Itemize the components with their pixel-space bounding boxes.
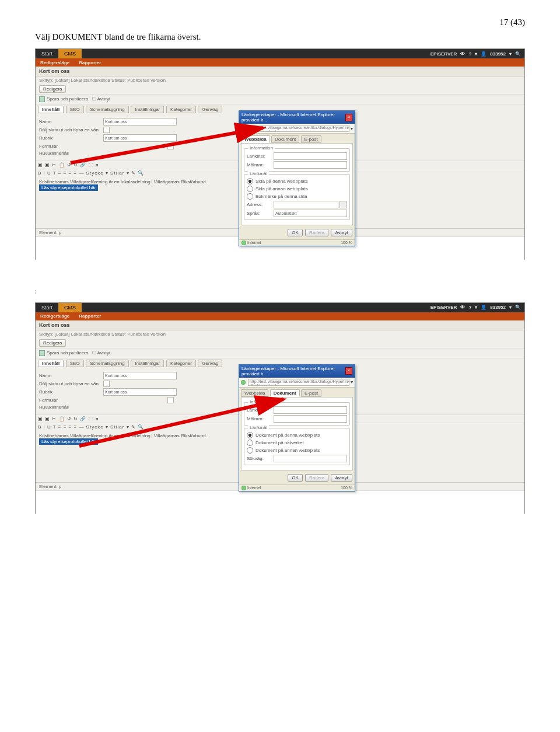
tab-schema[interactable]: Schemaläggning	[86, 106, 129, 113]
search-icon[interactable]: 🔍	[515, 305, 521, 310]
lanktitel-input[interactable]	[274, 406, 347, 414]
tab-cms[interactable]: CMS	[58, 49, 82, 58]
tab-inst[interactable]: Inställningar	[131, 106, 164, 113]
eye-icon[interactable]: 👁	[460, 305, 465, 310]
url-field[interactable]: http://test.villaagarna.se/secure/editor…	[248, 379, 349, 386]
adress-picker[interactable]	[340, 201, 347, 208]
radio-opt1[interactable]	[247, 432, 253, 438]
page-title: Kort om oss	[36, 320, 524, 330]
group-lankmal: Länkmål	[248, 425, 269, 430]
radio-opt1[interactable]	[247, 178, 253, 184]
user-label: 833952	[490, 51, 506, 57]
help-icon[interactable]: ?	[468, 51, 471, 57]
dlg-tab-webbsida[interactable]: Webbsida	[241, 389, 268, 397]
dlg-tab-dokument[interactable]: Dokument	[270, 389, 300, 397]
subtab-rapporter[interactable]: Rapporter	[74, 60, 106, 65]
avbryt-button[interactable]: Avbryt	[97, 350, 111, 355]
subbar: Redigeraläge Rapporter	[36, 312, 524, 320]
user-label: 833952	[490, 305, 506, 310]
tab-inst[interactable]: Inställningar	[131, 360, 164, 367]
tab-genvag[interactable]: Genväg	[198, 106, 222, 113]
page-meta: Sidtyp: [Lokalt] Lokal standardsida Stat…	[36, 330, 524, 338]
opt3-label: Bokmärke på denna sida	[256, 194, 347, 199]
label-namn: Namn	[39, 373, 103, 378]
opt2-label: Sida på annan webbplats	[256, 186, 347, 191]
tab-schema[interactable]: Schemaläggning	[86, 360, 129, 367]
link-dialog: Länkegenskaper - Microsoft Internet Expl…	[239, 364, 355, 492]
search-icon[interactable]: 🔍	[515, 51, 521, 57]
instruction-1: Välj DOKUMENT bland de tre flikarna över…	[35, 31, 525, 43]
avbryt-button[interactable]: Avbryt	[331, 229, 352, 236]
radio-opt3[interactable]	[247, 447, 253, 454]
radio-opt2[interactable]	[247, 440, 253, 446]
tab-innehall[interactable]: Innehåll	[38, 360, 64, 367]
dlg-tab-dokument[interactable]: Dokument	[271, 135, 299, 143]
ok-button[interactable]: OK	[288, 474, 303, 482]
namn-input[interactable]: Kort om oss	[103, 118, 177, 126]
formular-checkbox[interactable]	[167, 143, 174, 149]
opt1-label: Dokument på denna webbplats	[256, 433, 347, 438]
tab-genvag[interactable]: Genväg	[198, 360, 222, 367]
lanktitel-input[interactable]	[274, 152, 347, 160]
opt3-label: Dokument på annan webbplats	[256, 448, 347, 453]
dlg-tab-webbsida[interactable]: Webbsida	[241, 135, 270, 143]
body-text: Kristinehamns Villaägareförening är en l…	[39, 179, 207, 184]
user-icon: 👤	[481, 305, 487, 310]
label-lanktitel: Länktitel:	[247, 154, 274, 159]
subbar: Redigeraläge Rapporter	[36, 58, 524, 67]
namn-input[interactable]: Kort om oss	[103, 372, 177, 379]
save-button[interactable]: Spara och publicera	[47, 96, 88, 102]
adress-input[interactable]	[274, 201, 338, 208]
help-icon[interactable]: ?	[468, 305, 471, 310]
app-topbar: Start CMS EPiSERVER 👁 ? ▾ 👤 833952▾ 🔍	[36, 49, 524, 58]
rubrik-input[interactable]: Kort om oss	[103, 134, 177, 142]
label-lanktitel: Länktitel:	[247, 407, 274, 413]
subtab-rapporter[interactable]: Rapporter	[74, 313, 106, 319]
label-formular: Formulär	[39, 144, 103, 149]
dropdown-icon[interactable]: ▾	[351, 379, 353, 385]
url-field[interactable]: http://test.villaagarna.se/secure/editor…	[248, 125, 349, 132]
dlg-tab-epost[interactable]: E-post	[301, 389, 321, 397]
close-icon[interactable]: ×	[345, 114, 352, 121]
subtab-redigera[interactable]: Redigeraläge	[36, 313, 74, 319]
selected-link-text[interactable]: Läs styrelseprotokollet här	[39, 184, 98, 191]
text-caps: DOKUMENT	[52, 32, 103, 41]
tab-kat[interactable]: Kategorier	[166, 360, 196, 367]
formular-checkbox[interactable]	[167, 397, 174, 403]
label-sokvag: Sökväg:	[247, 456, 274, 461]
tab-seo[interactable]: SEO	[66, 360, 84, 367]
page-title: Kort om oss	[36, 67, 524, 76]
avbryt-button[interactable]: Avbryt	[97, 96, 111, 102]
redigera-button[interactable]: Redigera	[39, 339, 66, 347]
tab-cms[interactable]: CMS	[58, 303, 82, 312]
sprak-select[interactable]: Automatiskt	[274, 210, 347, 217]
sokvag-input[interactable]	[274, 455, 347, 462]
rubrik-input[interactable]: Kort om oss	[103, 388, 177, 396]
radio-opt3[interactable]	[247, 193, 253, 200]
malram-input[interactable]	[274, 415, 347, 423]
malram-input[interactable]	[274, 161, 347, 169]
selected-link-text[interactable]: Läs styrelseprotokollet här	[39, 438, 98, 445]
label-huvud: Huvudinnehåll	[39, 151, 103, 156]
radio-opt2[interactable]	[247, 186, 253, 192]
globe-icon	[242, 240, 246, 245]
ok-button[interactable]: OK	[288, 229, 303, 236]
dlg-tab-epost[interactable]: E-post	[301, 135, 321, 143]
dolj-checkbox[interactable]	[103, 381, 110, 387]
close-icon[interactable]: ×	[345, 367, 352, 375]
tab-seo[interactable]: SEO	[66, 106, 84, 113]
avbryt-button[interactable]: Avbryt	[331, 474, 352, 482]
label-adress: Adress:	[247, 202, 274, 207]
tab-innehall[interactable]: Innehåll	[38, 106, 64, 113]
dropdown-icon[interactable]: ▾	[351, 126, 353, 131]
label-malram: Målram:	[247, 416, 274, 421]
tab-start[interactable]: Start	[36, 303, 58, 312]
eye-icon[interactable]: 👁	[460, 51, 465, 57]
dolj-checkbox[interactable]	[103, 127, 110, 133]
save-button[interactable]: Spara och publicera	[47, 350, 88, 355]
tab-kat[interactable]: Kategorier	[166, 106, 196, 113]
redigera-button[interactable]: Redigera	[39, 85, 66, 93]
tab-start[interactable]: Start	[36, 49, 58, 58]
radera-button: Radera	[305, 229, 328, 236]
subtab-redigera[interactable]: Redigeraläge	[36, 60, 74, 65]
